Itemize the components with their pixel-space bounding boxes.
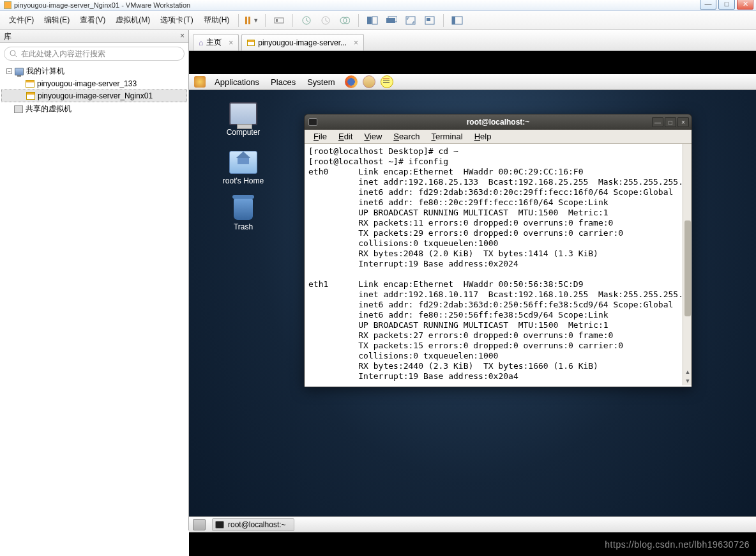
terminal-menu-view[interactable]: View — [359, 130, 387, 143]
menu-tabs[interactable]: 选项卡(T) — [155, 12, 198, 28]
terminal-window[interactable]: root@localhost:~ — □ × File Edit View Se… — [304, 114, 692, 387]
send-ctrl-alt-del-icon[interactable] — [273, 14, 285, 27]
library-tree: − 我的计算机 pinyougou-image-server_133 pinyo… — [1, 65, 187, 116]
chevron-down-icon: ▼ — [253, 17, 259, 24]
library-panel: 库 × 在此处键入内容进行搜索 − 我的计算机 pinyougou-image-… — [0, 30, 189, 530]
terminal-menu-search[interactable]: Search — [388, 130, 425, 143]
library-search-input[interactable]: 在此处键入内容进行搜索 — [4, 47, 185, 61]
svg-rect-12 — [427, 18, 430, 21]
scrollbar-up-icon[interactable]: ▲ — [683, 367, 692, 376]
trash-icon — [234, 198, 253, 220]
terminal-maximize-button[interactable]: □ — [665, 117, 676, 127]
desktop-icon-label: Trash — [215, 222, 272, 231]
tab-close-icon[interactable]: × — [354, 38, 358, 47]
show-console-icon[interactable] — [366, 14, 379, 27]
gnome-system-menu[interactable]: System — [302, 75, 340, 89]
tab-close-icon[interactable]: × — [229, 38, 233, 47]
window-title-bar: pinyougou-image-server_Nginx01 - VMware … — [0, 0, 756, 11]
watermark-text: https://blog.csdn.net/lbh19630726 — [605, 539, 750, 550]
terminal-menu-file[interactable]: File — [308, 130, 332, 143]
home-icon: ⌂ — [199, 38, 203, 47]
minimize-button[interactable]: — — [700, 0, 716, 10]
manage-snapshots-icon[interactable] — [338, 14, 351, 27]
tab-home-label: 主页 — [206, 37, 222, 48]
file-manager-icon[interactable] — [363, 75, 375, 88]
desktop-icon-trash[interactable]: Trash — [215, 198, 272, 231]
terminal-menubar: File Edit View Search Terminal Help — [305, 130, 692, 144]
tree-vm-item-selected[interactable]: pinyougou-image-server_Nginx01 — [1, 89, 187, 102]
terminal-minimize-button[interactable]: — — [652, 117, 663, 127]
terminal-titlebar[interactable]: root@localhost:~ — □ × — [305, 114, 692, 130]
desktop-icon-home[interactable]: root's Home — [215, 151, 272, 185]
scrollbar-thumb[interactable] — [684, 220, 691, 316]
firefox-icon[interactable] — [345, 75, 358, 88]
desktop-icon-label: root's Home — [215, 176, 272, 185]
svg-rect-1 — [276, 19, 278, 22]
gnome-top-panel: Applications Places System — [189, 74, 756, 90]
taskbar-terminal-button[interactable]: root@localhost:~ — [212, 518, 294, 531]
tab-vm[interactable]: pinyougou-image-server... × — [241, 34, 364, 50]
collapse-icon[interactable]: − — [6, 68, 12, 74]
shared-vm-icon — [14, 105, 23, 113]
close-button[interactable]: ✕ — [737, 0, 753, 10]
search-icon — [10, 50, 17, 58]
fullscreen-icon[interactable] — [404, 14, 417, 27]
library-close-icon[interactable]: × — [180, 31, 185, 41]
menu-vm[interactable]: 虚拟机(M) — [110, 12, 155, 28]
library-search-placeholder: 在此处键入内容进行搜索 — [21, 49, 105, 59]
terminal-scrollbar[interactable]: ▲ ▼ — [683, 144, 692, 385]
unity-icon[interactable] — [423, 14, 436, 27]
terminal-close-button[interactable]: × — [677, 117, 689, 127]
menu-edit[interactable]: 编辑(E) — [39, 12, 75, 28]
revert-snapshot-icon[interactable] — [319, 14, 332, 27]
svg-rect-6 — [367, 17, 372, 24]
scrollbar-down-icon[interactable]: ▼ — [683, 376, 692, 385]
vm-icon — [26, 92, 35, 100]
menu-help[interactable]: 帮助(H) — [199, 12, 235, 28]
computer-icon — [15, 68, 24, 75]
multi-monitor-icon[interactable] — [385, 14, 398, 27]
taskbar-button-label: root@localhost:~ — [228, 520, 286, 529]
tree-item-label: pinyougou-image-server_133 — [37, 79, 137, 88]
guest-desktop[interactable]: Applications Places System Computer root… — [189, 51, 756, 556]
terminal-menu-help[interactable]: Help — [469, 130, 497, 143]
menu-file[interactable]: 文件(F) — [4, 12, 39, 28]
terminal-output[interactable]: [root@localhost Desktop]# cd ~ [root@loc… — [305, 144, 692, 387]
tree-item-label: pinyougou-image-server_Nginx01 — [38, 91, 153, 100]
tab-vm-label: pinyougou-image-server... — [258, 38, 347, 47]
tab-strip: ⌂ 主页 × pinyougou-image-server... × — [189, 30, 756, 51]
terminal-icon — [215, 521, 224, 529]
computer-icon — [229, 102, 257, 125]
gnome-applications-menu[interactable]: Applications — [209, 75, 264, 89]
gnome-foot-icon[interactable] — [194, 76, 206, 88]
library-title: 库 — [4, 31, 11, 41]
tree-vm-item[interactable]: pinyougou-image-server_133 — [1, 78, 187, 89]
gnome-places-menu[interactable]: Places — [266, 75, 301, 89]
notes-icon[interactable] — [381, 75, 393, 88]
guest-black-bar — [189, 51, 756, 74]
vmware-app-icon — [4, 1, 11, 9]
desktop-icon-computer[interactable]: Computer — [215, 102, 272, 137]
home-folder-icon — [229, 151, 257, 174]
tree-root-my-computer[interactable]: − 我的计算机 — [1, 65, 187, 78]
svg-point-15 — [10, 50, 15, 56]
svg-rect-14 — [452, 17, 455, 24]
gnome-bottom-panel: root@localhost:~ — [189, 516, 756, 532]
terminal-menu-edit[interactable]: Edit — [333, 130, 358, 143]
snapshot-icon[interactable] — [300, 14, 313, 27]
terminal-menu-terminal[interactable]: Terminal — [427, 130, 468, 143]
terminal-title: root@localhost:~ — [467, 118, 530, 127]
maximize-button[interactable]: □ — [718, 0, 735, 10]
tab-home[interactable]: ⌂ 主页 × — [193, 34, 239, 50]
tree-shared-vms[interactable]: 共享的虚拟机 — [1, 102, 187, 116]
library-toggle-icon[interactable] — [451, 14, 464, 27]
desktop-icon-label: Computer — [215, 128, 272, 137]
show-desktop-button[interactable] — [193, 519, 206, 530]
main-content-area: ⌂ 主页 × pinyougou-image-server... × Appli… — [189, 30, 756, 556]
svg-rect-7 — [372, 17, 377, 24]
menu-view[interactable]: 查看(V) — [75, 12, 110, 28]
pause-vm-button[interactable]: ▼ — [245, 17, 259, 24]
tree-root-label: 我的计算机 — [26, 66, 64, 77]
vm-icon — [26, 80, 34, 88]
svg-line-16 — [15, 55, 17, 57]
